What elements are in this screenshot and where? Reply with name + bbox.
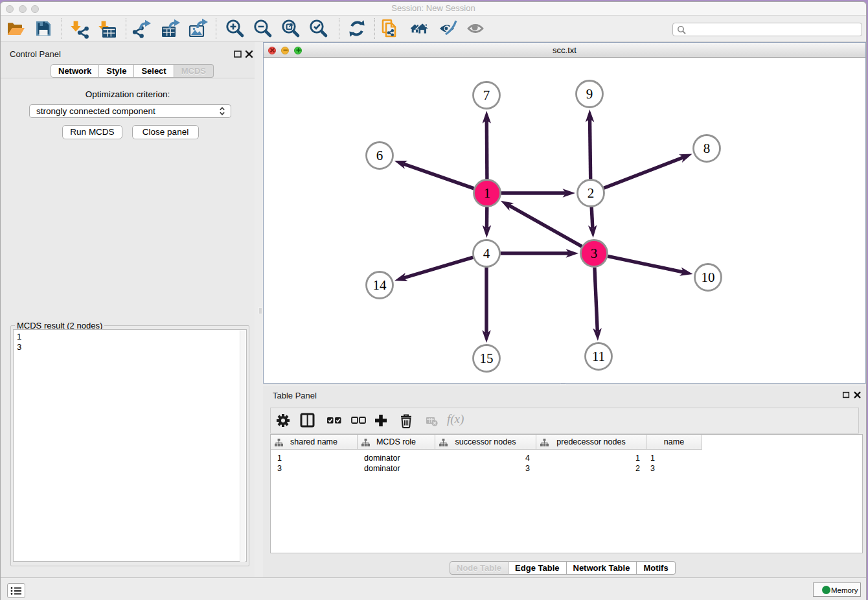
- svg-text:2: 2: [588, 185, 595, 201]
- svg-text:6: 6: [376, 148, 383, 163]
- svg-text:1: 1: [484, 185, 491, 201]
- svg-text:4: 4: [483, 246, 490, 261]
- svg-text:7: 7: [483, 87, 490, 103]
- svg-text:14: 14: [373, 277, 387, 293]
- svg-text:9: 9: [586, 86, 593, 102]
- svg-text:10: 10: [702, 270, 715, 285]
- svg-text:11: 11: [592, 349, 605, 364]
- svg-text:15: 15: [480, 351, 494, 366]
- svg-text:3: 3: [591, 246, 598, 261]
- svg-text:8: 8: [703, 141, 711, 156]
